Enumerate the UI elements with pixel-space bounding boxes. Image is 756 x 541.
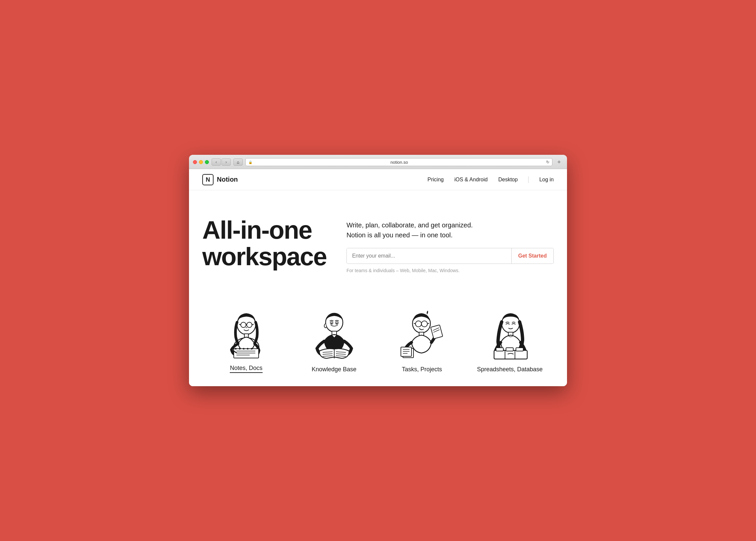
feature-label-tasks-projects: Tasks, Projects (402, 366, 442, 373)
logo-area: N Notion (202, 174, 427, 185)
nav-login[interactable]: Log in (539, 177, 554, 183)
feature-tasks-projects[interactable]: Tasks, Projects (389, 301, 455, 373)
svg-rect-53 (506, 348, 513, 351)
svg-point-14 (239, 348, 241, 349)
address-bar[interactable]: 🔒 notion.so ↻ (245, 158, 552, 166)
svg-rect-54 (516, 348, 523, 351)
svg-point-13 (235, 348, 237, 349)
feature-label-knowledge-base: Knowledge Base (312, 366, 357, 373)
minimize-button[interactable] (199, 160, 203, 164)
forward-button[interactable]: › (222, 159, 231, 166)
svg-point-4 (247, 322, 252, 327)
svg-point-34 (421, 321, 427, 327)
notes-docs-illustration (217, 300, 276, 359)
svg-point-15 (243, 348, 244, 349)
svg-rect-39 (430, 324, 442, 338)
knowledge-base-illustration (305, 301, 364, 361)
feature-knowledge-base[interactable]: Knowledge Base (301, 301, 368, 373)
svg-point-16 (247, 348, 248, 349)
hero-right: Write, plan, collaborate, and get organi… (347, 217, 554, 273)
feature-label-notes-docs: Notes, Docs (230, 365, 262, 373)
tasks-projects-illustration (392, 301, 452, 361)
feature-notes-docs[interactable]: Notes, Docs (213, 300, 280, 373)
hero-left: All-in-one workspace (202, 217, 327, 270)
browser-window: ‹ › ⌂ 🔒 notion.so ↻ + N Notion (189, 155, 567, 386)
nav-buttons: ‹ › (212, 159, 231, 166)
browser-content: N Notion Pricing iOS & Android Desktop L… (189, 169, 567, 386)
features-section: Notes, Docs (189, 293, 567, 386)
email-form: Get Started (347, 248, 554, 264)
nav-ios-android[interactable]: iOS & Android (454, 177, 488, 183)
navbar: N Notion Pricing iOS & Android Desktop L… (189, 169, 567, 190)
close-button[interactable] (193, 160, 197, 164)
url-text: notion.so (254, 160, 545, 165)
svg-rect-52 (496, 348, 503, 351)
maximize-button[interactable] (205, 160, 209, 164)
feature-label-spreadsheets: Spreadsheets, Database (477, 366, 542, 373)
browser-chrome: ‹ › ⌂ 🔒 notion.so ↻ + (189, 155, 567, 169)
svg-point-23 (336, 322, 338, 324)
new-tab-button[interactable]: + (555, 158, 563, 166)
nav-links: Pricing iOS & Android Desktop Log in (427, 176, 554, 183)
back-button[interactable]: ‹ (212, 159, 221, 166)
svg-rect-49 (494, 350, 527, 359)
svg-point-17 (251, 348, 252, 349)
hero-subtext: For teams & individuals – Web, Mobile, M… (347, 268, 554, 273)
nav-desktop[interactable]: Desktop (498, 177, 518, 183)
notion-logo-icon[interactable]: N (202, 174, 214, 185)
svg-text:N: N (206, 176, 210, 183)
svg-point-22 (331, 322, 332, 324)
traffic-lights (193, 160, 209, 164)
spreadsheets-illustration (480, 301, 540, 361)
logo-text[interactable]: Notion (217, 176, 238, 183)
feature-spreadsheets[interactable]: Spreadsheets, Database (477, 301, 543, 373)
home-button[interactable]: ⌂ (234, 159, 243, 166)
nav-divider (528, 176, 528, 183)
hero-subtitle: Write, plan, collaborate, and get organi… (347, 220, 554, 240)
svg-point-3 (241, 322, 246, 327)
email-input[interactable] (347, 248, 511, 264)
lock-icon: 🔒 (248, 161, 252, 164)
nav-pricing[interactable]: Pricing (427, 177, 444, 183)
hero-section: All-in-one workspace Write, plan, collab… (189, 190, 567, 293)
svg-rect-9 (234, 349, 259, 358)
get-started-button[interactable]: Get Started (511, 248, 553, 264)
refresh-button[interactable]: ↻ (546, 160, 549, 165)
hero-title: All-in-one workspace (202, 217, 327, 270)
svg-rect-43 (401, 347, 411, 356)
svg-point-33 (415, 321, 421, 327)
